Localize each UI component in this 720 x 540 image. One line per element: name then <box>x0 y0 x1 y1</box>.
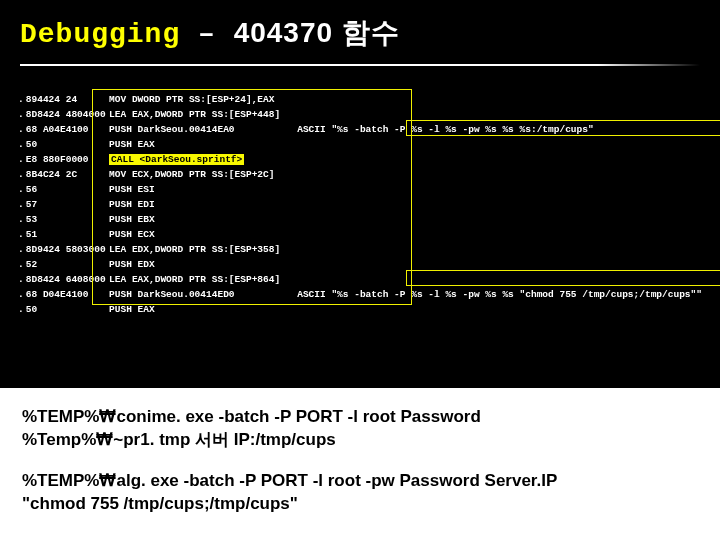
asm-row: .8B4C24 2CMOV ECX,DWORD PTR SS:[ESP+2C] <box>18 167 702 182</box>
asm-hex: 50 <box>26 137 109 152</box>
explanation-2-line-2: "chmod 755 /tmp/cups;/tmp/cups" <box>22 494 298 513</box>
asm-row: .52PUSH EDX <box>18 257 702 272</box>
asm-hex: 8D9424 5803000 <box>26 242 109 257</box>
explanation-2: %TEMP%₩alg. exe -batch -P PORT -l root -… <box>22 470 698 516</box>
asm-hex: 68 A04E4100 <box>26 122 109 137</box>
asm-row: .50PUSH EAX <box>18 137 702 152</box>
asm-mnemonic: MOV ECX,DWORD PTR SS:[ESP+2C] <box>109 167 297 182</box>
asm-mnemonic: CALL <DarkSeou.sprintf> <box>109 152 297 167</box>
asm-mnemonic: PUSH EDI <box>109 197 297 212</box>
explanation-1: %TEMP%₩conime. exe -batch -P PORT -l roo… <box>22 406 698 452</box>
asm-dot: . <box>18 197 26 212</box>
asm-dot: . <box>18 122 26 137</box>
asm-ascii <box>297 107 702 122</box>
asm-mnemonic: PUSH DarkSeou.00414ED0 <box>109 287 297 302</box>
asm-ascii: ASCII "%s -batch -P %s -l %s -pw %s %s %… <box>297 122 702 137</box>
asm-row: .57PUSH EDI <box>18 197 702 212</box>
disassembly-table: .894424 24MOV DWORD PTR SS:[ESP+24],EAX.… <box>18 92 702 317</box>
asm-mnemonic: PUSH EAX <box>109 137 297 152</box>
title-func: 404370 함수 <box>234 17 400 48</box>
asm-ascii <box>297 137 702 152</box>
asm-mnemonic: PUSH ESI <box>109 182 297 197</box>
asm-dot: . <box>18 227 26 242</box>
asm-row: .E8 880F0000CALL <DarkSeou.sprintf> <box>18 152 702 167</box>
asm-ascii <box>297 302 702 317</box>
title-dash: – <box>180 19 233 50</box>
asm-mnemonic: LEA EAX,DWORD PTR SS:[ESP+864] <box>109 272 297 287</box>
asm-ascii <box>297 92 702 107</box>
asm-hex: 894424 24 <box>26 92 109 107</box>
explanation-1-line-1: %TEMP%₩conime. exe -batch -P PORT -l roo… <box>22 407 481 426</box>
asm-dot: . <box>18 272 26 287</box>
asm-mnemonic: PUSH DarkSeou.00414EA0 <box>109 122 297 137</box>
asm-hex: 68 D04E4100 <box>26 287 109 302</box>
title-underline <box>20 64 700 66</box>
asm-dot: . <box>18 182 26 197</box>
asm-mnemonic: MOV DWORD PTR SS:[ESP+24],EAX <box>109 92 297 107</box>
asm-dot: . <box>18 287 26 302</box>
asm-dot: . <box>18 242 26 257</box>
asm-ascii <box>297 182 702 197</box>
asm-row: .51PUSH ECX <box>18 227 702 242</box>
page-title: Debugging – 404370 함수 <box>20 14 700 52</box>
asm-ascii <box>297 152 702 167</box>
asm-ascii <box>297 212 702 227</box>
asm-hex: 53 <box>26 212 109 227</box>
asm-ascii <box>297 197 702 212</box>
asm-mnemonic: PUSH EDX <box>109 257 297 272</box>
explanation-area: %TEMP%₩conime. exe -batch -P PORT -l roo… <box>0 388 720 540</box>
asm-highlight: CALL <DarkSeou.sprintf> <box>109 154 244 165</box>
asm-dot: . <box>18 257 26 272</box>
asm-dot: . <box>18 92 26 107</box>
explanation-1-line-2: %Temp%₩~pr1. tmp 서버 IP:/tmp/cups <box>22 430 336 449</box>
asm-dot: . <box>18 302 26 317</box>
asm-mnemonic: PUSH EBX <box>109 212 297 227</box>
asm-row: .8D8424 6408000LEA EAX,DWORD PTR SS:[ESP… <box>18 272 702 287</box>
asm-dot: . <box>18 167 26 182</box>
asm-row: .8D9424 5803000LEA EDX,DWORD PTR SS:[ESP… <box>18 242 702 257</box>
asm-row: .68 A04E4100PUSH DarkSeou.00414EA0ASCII … <box>18 122 702 137</box>
asm-hex: 8D8424 4804000 <box>26 107 109 122</box>
title-debugging: Debugging <box>20 19 180 50</box>
asm-hex: 50 <box>26 302 109 317</box>
asm-ascii <box>297 227 702 242</box>
asm-ascii <box>297 257 702 272</box>
asm-mnemonic: PUSH ECX <box>109 227 297 242</box>
asm-ascii <box>297 242 702 257</box>
title-bar: Debugging – 404370 함수 <box>0 0 720 58</box>
asm-row: .53PUSH EBX <box>18 212 702 227</box>
asm-hex: 52 <box>26 257 109 272</box>
asm-hex: 56 <box>26 182 109 197</box>
asm-hex: 51 <box>26 227 109 242</box>
asm-ascii <box>297 272 702 287</box>
asm-mnemonic: LEA EDX,DWORD PTR SS:[ESP+358] <box>109 242 297 257</box>
disassembly-block: .894424 24MOV DWORD PTR SS:[ESP+24],EAX.… <box>18 92 702 307</box>
asm-dot: . <box>18 107 26 122</box>
asm-hex: E8 880F0000 <box>26 152 109 167</box>
asm-dot: . <box>18 152 26 167</box>
asm-row: .56PUSH ESI <box>18 182 702 197</box>
explanation-2-line-1: %TEMP%₩alg. exe -batch -P PORT -l root -… <box>22 471 557 490</box>
asm-row: .8D8424 4804000LEA EAX,DWORD PTR SS:[ESP… <box>18 107 702 122</box>
asm-mnemonic: PUSH EAX <box>109 302 297 317</box>
asm-dot: . <box>18 212 26 227</box>
asm-hex: 8D8424 6408000 <box>26 272 109 287</box>
asm-mnemonic: LEA EAX,DWORD PTR SS:[ESP+448] <box>109 107 297 122</box>
asm-ascii: ASCII "%s -batch -P %s -l %s -pw %s %s "… <box>297 287 702 302</box>
asm-row: .50PUSH EAX <box>18 302 702 317</box>
asm-ascii <box>297 167 702 182</box>
asm-hex: 57 <box>26 197 109 212</box>
asm-row: .68 D04E4100PUSH DarkSeou.00414ED0ASCII … <box>18 287 702 302</box>
asm-hex: 8B4C24 2C <box>26 167 109 182</box>
asm-dot: . <box>18 137 26 152</box>
asm-row: .894424 24MOV DWORD PTR SS:[ESP+24],EAX <box>18 92 702 107</box>
